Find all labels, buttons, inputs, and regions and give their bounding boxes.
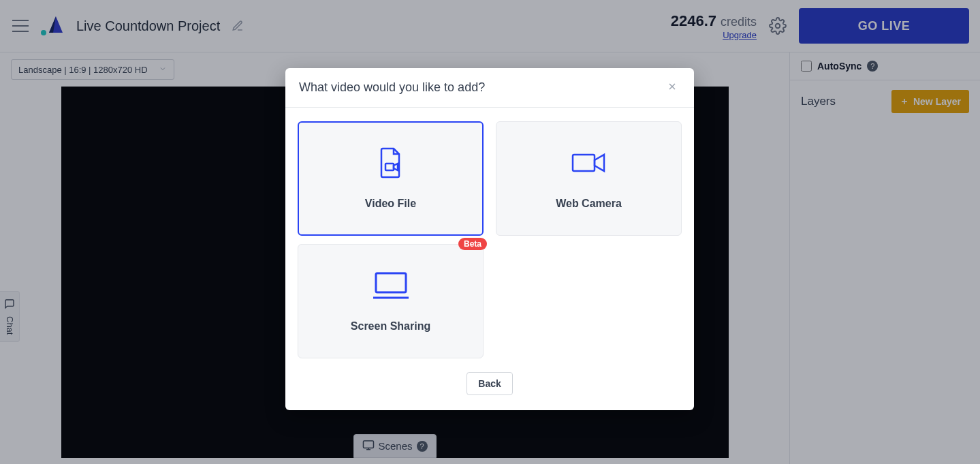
modal-options: Video File Web Camera xyxy=(285,108,694,244)
web-camera-icon xyxy=(571,147,607,179)
option-label: Web Camera xyxy=(556,198,622,210)
svg-rect-12 xyxy=(385,164,394,170)
beta-badge: Beta xyxy=(458,238,487,250)
option-web-camera[interactable]: Web Camera xyxy=(496,121,682,236)
modal-options-row2: Beta Screen Sharing xyxy=(285,244,694,362)
option-video-file[interactable]: Video File xyxy=(298,121,484,236)
option-label: Video File xyxy=(365,198,416,210)
svg-rect-13 xyxy=(573,155,595,171)
back-button[interactable]: Back xyxy=(467,372,512,395)
screen-sharing-icon xyxy=(372,270,410,301)
add-video-modal: What video would you like to add? Video … xyxy=(285,68,694,410)
modal-header: What video would you like to add? xyxy=(285,68,694,108)
svg-rect-14 xyxy=(376,273,406,292)
option-label: Screen Sharing xyxy=(351,320,430,332)
modal-footer: Back xyxy=(285,362,694,410)
video-file-icon xyxy=(377,147,405,179)
modal-close-button[interactable] xyxy=(667,81,680,95)
close-icon xyxy=(667,81,678,92)
app-root: Live Countdown Project 2246.7 credits Up… xyxy=(0,0,980,464)
option-screen-sharing[interactable]: Beta Screen Sharing xyxy=(298,244,484,358)
modal-title: What video would you like to add? xyxy=(299,80,485,95)
